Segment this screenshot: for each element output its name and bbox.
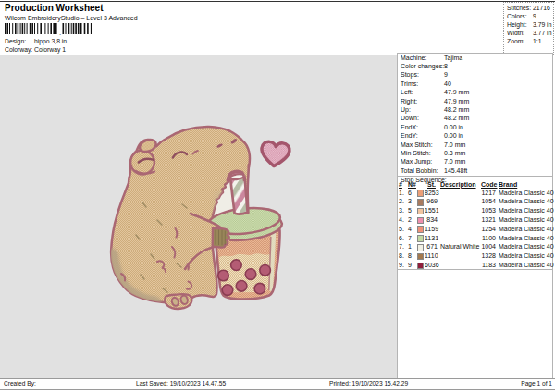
svg-text:,: , xyxy=(59,29,61,36)
